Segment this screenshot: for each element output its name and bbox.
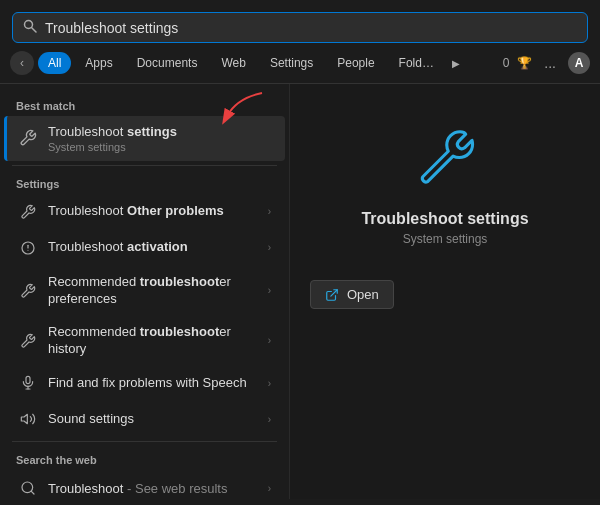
options-button[interactable]: ...	[540, 53, 560, 73]
best-match-item[interactable]: Troubleshoot settings System settings	[4, 116, 285, 161]
svg-marker-9	[21, 415, 27, 424]
settings-item-5-icon	[18, 373, 38, 393]
settings-item-4-title: Recommended troubleshooterhistory	[48, 324, 258, 358]
best-match-subtitle: System settings	[48, 141, 271, 153]
divider-1	[12, 165, 277, 166]
best-match-title-normal: Troubleshoot	[48, 124, 123, 139]
best-match-text: Troubleshoot settings System settings	[48, 124, 271, 153]
divider-2	[12, 441, 277, 442]
settings-item-4-icon	[18, 331, 38, 351]
open-button[interactable]: Open	[310, 280, 394, 309]
settings-item-1-text: Troubleshoot Other problems	[48, 203, 258, 220]
best-match-icon	[18, 128, 38, 148]
settings-item-1-title: Troubleshoot Other problems	[48, 203, 258, 220]
settings-item-3-text: Recommended troubleshooterpreferences	[48, 274, 258, 308]
tab-people[interactable]: People	[327, 52, 384, 74]
settings-item-2-arrow: ›	[268, 242, 271, 253]
settings-item-1-icon	[18, 202, 38, 222]
svg-line-1	[32, 28, 37, 33]
settings-item-5-title: Find and fix problems with Speech	[48, 375, 258, 392]
right-panel-subtitle: System settings	[403, 232, 488, 246]
settings-item-6-title: Sound settings	[48, 411, 258, 428]
left-panel: Best match Troubleshoot settings	[0, 84, 290, 499]
settings-item-2-title: Troubleshoot activation	[48, 239, 258, 256]
right-panel-icon	[405, 114, 485, 198]
tab-settings[interactable]: Settings	[260, 52, 323, 74]
tab-apps[interactable]: Apps	[75, 52, 122, 74]
more-tabs-button[interactable]: ▶	[448, 56, 464, 71]
settings-item-1-arrow: ›	[268, 206, 271, 217]
settings-item-1[interactable]: Troubleshoot Other problems ›	[4, 194, 285, 230]
tab-web[interactable]: Web	[211, 52, 255, 74]
search-input[interactable]	[45, 20, 577, 36]
settings-item-2-text: Troubleshoot activation	[48, 239, 258, 256]
web-search-arrow: ›	[268, 483, 271, 494]
settings-item-4-text: Recommended troubleshooterhistory	[48, 324, 258, 358]
settings-item-5[interactable]: Find and fix problems with Speech ›	[4, 365, 285, 401]
settings-item-3-arrow: ›	[268, 285, 271, 296]
tab-all[interactable]: All	[38, 52, 71, 74]
search-icon	[23, 19, 37, 36]
web-search-label: Search the web	[0, 446, 289, 470]
open-label: Open	[347, 287, 379, 302]
settings-item-2[interactable]: Troubleshoot activation ›	[4, 230, 285, 266]
settings-item-5-arrow: ›	[268, 378, 271, 389]
back-button[interactable]: ‹	[10, 51, 34, 75]
svg-line-11	[31, 492, 34, 495]
settings-section-label: Settings	[0, 170, 289, 194]
filter-tabs: ‹ All Apps Documents Web Settings People…	[0, 43, 600, 84]
tab-right-area: 0 🏆 ... A	[503, 52, 590, 74]
web-search-text: Troubleshoot - See web results	[48, 481, 258, 496]
avatar[interactable]: A	[568, 52, 590, 74]
settings-item-4[interactable]: Recommended troubleshooterhistory ›	[4, 316, 285, 366]
result-count: 0	[503, 56, 510, 70]
settings-item-6[interactable]: Sound settings ›	[4, 401, 285, 437]
tab-documents[interactable]: Documents	[127, 52, 208, 74]
main-layout: Best match Troubleshoot settings	[0, 84, 600, 499]
settings-item-6-icon	[18, 409, 38, 429]
search-bar	[12, 12, 588, 43]
right-panel-title: Troubleshoot settings	[361, 210, 528, 228]
settings-item-3-icon	[18, 281, 38, 301]
web-search-item[interactable]: Troubleshoot - See web results ›	[4, 470, 285, 499]
settings-item-6-arrow: ›	[268, 414, 271, 425]
tab-folders[interactable]: Fold…	[389, 52, 444, 74]
settings-item-3-title: Recommended troubleshooterpreferences	[48, 274, 258, 308]
svg-point-5	[27, 250, 28, 251]
settings-item-3[interactable]: Recommended troubleshooterpreferences ›	[4, 266, 285, 316]
svg-line-12	[331, 289, 337, 295]
annotation-arrow	[217, 88, 267, 124]
right-panel: Troubleshoot settings System settings Op…	[290, 84, 600, 499]
best-match-title-bold: settings	[123, 124, 176, 139]
settings-item-2-icon	[18, 238, 38, 258]
settings-item-5-text: Find and fix problems with Speech	[48, 375, 258, 392]
settings-item-6-text: Sound settings	[48, 411, 258, 428]
web-search-icon	[18, 478, 38, 498]
svg-rect-6	[26, 377, 30, 384]
best-match-title: Troubleshoot settings	[48, 124, 271, 141]
trophy-icon: 🏆	[517, 56, 532, 70]
web-search-title: Troubleshoot - See web results	[48, 481, 258, 496]
settings-item-4-arrow: ›	[268, 335, 271, 346]
open-icon	[325, 288, 339, 302]
